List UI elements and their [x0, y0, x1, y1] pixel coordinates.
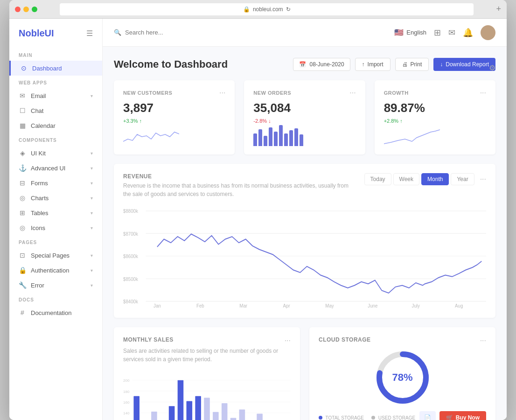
sidebar-item-advanced-ui[interactable]: ⚓ Advanced UI ▾	[9, 161, 102, 175]
sidebar-item-calendar[interactable]: ▦ Calendar	[9, 118, 102, 133]
sidebar-item-email[interactable]: ✉ Email ▾	[9, 88, 102, 103]
cloud-footer: TOTAL STORAGE USED STORAGE 📄	[319, 411, 486, 420]
more-icon[interactable]: ···	[480, 336, 486, 345]
bottom-row: MONTHLY SALES ··· Sales are activities r…	[114, 327, 495, 420]
tab-week[interactable]: Week	[393, 173, 419, 185]
svg-rect-33	[178, 380, 184, 420]
sparkline-svg	[123, 127, 179, 146]
svg-text:May: May	[325, 303, 334, 308]
svg-text:$8800k: $8800k	[123, 209, 139, 214]
chevron-down-icon: ▾	[91, 225, 93, 231]
monthly-sales-svg: 200 180 160 140 120	[123, 368, 291, 420]
more-icon[interactable]: ···	[285, 336, 291, 345]
avatar[interactable]	[481, 25, 495, 40]
svg-text:Mar: Mar	[239, 303, 247, 308]
sidebar-item-icons[interactable]: ◎ Icons ▾	[9, 220, 102, 235]
docs-icon: #	[19, 309, 26, 316]
more-icon[interactable]: ···	[480, 175, 486, 183]
sidebar: NobleUI ☰ MAIN ⊙ Dashboard WEB APPS ✉ Em…	[9, 19, 103, 420]
more-icon[interactable]: ···	[219, 89, 225, 97]
sidebar-item-special-pages[interactable]: ⊡ Special Pages ▾	[9, 248, 102, 263]
buy-now-button[interactable]: 🛒 Buy Now	[439, 411, 486, 420]
tab-year[interactable]: Year	[451, 173, 474, 185]
bell-icon[interactable]: 🔔	[463, 28, 473, 38]
cloud-legend: TOTAL STORAGE USED STORAGE	[319, 415, 415, 420]
new-tab-button[interactable]: +	[496, 4, 501, 14]
import-button[interactable]: ↑ Import	[355, 58, 390, 71]
import-icon: ↑	[362, 61, 365, 68]
sidebar-label-dashboard: Dashboard	[32, 65, 62, 72]
sidebar-item-authentication[interactable]: 🔒 Authentication ▾	[9, 263, 102, 278]
svg-text:140: 140	[123, 411, 130, 415]
chevron-down-icon: ▾	[91, 268, 93, 273]
search-box: 🔍	[114, 29, 200, 36]
svg-rect-34	[187, 401, 193, 420]
page-title: Welcome to Dashboard	[114, 58, 228, 70]
tab-today[interactable]: Today	[364, 173, 391, 185]
sidebar-item-documentation[interactable]: # Documentation	[9, 305, 102, 320]
svg-text:$8600k: $8600k	[123, 254, 139, 259]
sidebar-section-webapps: WEB APPS	[9, 76, 102, 88]
stat-label-growth: GROWTH	[384, 90, 409, 96]
sidebar-section-pages: PAGES	[9, 235, 102, 248]
sidebar-label-advanced-ui: Advanced UI	[31, 165, 65, 172]
sidebar-item-charts[interactable]: ◎ Charts ▾	[9, 190, 102, 205]
stat-change-growth: +2.8% ↑	[384, 118, 486, 124]
forms-icon: ⊟	[19, 179, 26, 187]
url-text: nobleui.com	[253, 6, 283, 13]
stat-value-growth: 89.87%	[384, 101, 486, 115]
tab-month[interactable]: Month	[421, 173, 449, 185]
flag-icon: 🇺🇸	[394, 28, 404, 37]
header-actions: 📅 08-June-2020 ↑ Import 🖨 Print ↓	[293, 58, 495, 71]
close-button[interactable]	[15, 7, 21, 12]
sidebar-label-error: Error	[31, 282, 44, 289]
browser-window: 🔒 nobleui.com ↻ + NobleUI ☰ MAIN ⊙ Dashb…	[9, 0, 507, 420]
cloud-storage-title: CLOUD STORAGE	[319, 336, 371, 343]
svg-rect-35	[195, 396, 201, 420]
print-button[interactable]: 🖨 Print	[395, 58, 429, 71]
mail-icon[interactable]: ✉	[448, 28, 455, 38]
svg-text:160: 160	[123, 400, 130, 405]
sidebar-label-forms: Forms	[31, 180, 48, 187]
grid-icon[interactable]: ⊞	[434, 28, 441, 38]
email-icon: ✉	[19, 92, 26, 99]
traffic-lights	[15, 7, 37, 12]
svg-text:Jan: Jan	[153, 303, 161, 308]
svg-text:June: June	[368, 303, 377, 308]
sidebar-item-dashboard[interactable]: ⊙ Dashboard	[9, 61, 102, 76]
refresh-icon[interactable]: ↻	[286, 6, 291, 13]
maximize-button[interactable]	[32, 7, 37, 12]
sidebar-item-error[interactable]: 🔧 Error ▾	[9, 278, 102, 293]
doc-button[interactable]: 📄	[419, 411, 436, 420]
more-icon[interactable]: ···	[480, 89, 486, 97]
download-report-button[interactable]: ↓ Download Report	[433, 58, 495, 71]
svg-rect-42	[257, 413, 263, 420]
monthly-sales-chart: 200 180 160 140 120	[123, 368, 291, 420]
date-picker[interactable]: 📅 08-June-2020	[293, 58, 350, 71]
search-input[interactable]	[125, 29, 200, 36]
sidebar-item-chat[interactable]: ☐ Chat	[9, 103, 102, 118]
sidebar-item-uikit[interactable]: ◈ UI Kit ▾	[9, 146, 102, 161]
minimize-button[interactable]	[23, 7, 29, 12]
lock-icon: 🔒	[243, 6, 250, 13]
sidebar-item-tables[interactable]: ⊞ Tables ▾	[9, 205, 102, 220]
sidebar-label-charts: Charts	[31, 195, 49, 202]
sidebar-label-icons: Icons	[31, 224, 45, 231]
sidebar-section-docs: DOCS	[9, 293, 102, 305]
top-nav-right: 🇺🇸 English ⊞ ✉ 🔔	[394, 25, 495, 40]
svg-text:July: July	[412, 303, 420, 308]
settings-icon[interactable]: ⚙	[489, 63, 495, 72]
sidebar-label-docs: Documentation	[31, 309, 71, 316]
chevron-down-icon: ▾	[91, 93, 93, 98]
hamburger-icon[interactable]: ☰	[86, 29, 93, 38]
sidebar-logo: NobleUI ☰	[9, 28, 102, 48]
language-selector[interactable]: 🇺🇸 English	[394, 28, 426, 37]
stat-label-customers: NEW CUSTOMERS	[123, 90, 172, 96]
more-icon[interactable]: ···	[349, 89, 356, 97]
download-icon: ↓	[440, 61, 443, 68]
doc-icon: 📄	[424, 414, 431, 420]
sidebar-item-forms[interactable]: ⊟ Forms ▾	[9, 175, 102, 190]
legend-dot-total	[319, 416, 322, 420]
sidebar-label-tables: Tables	[31, 210, 49, 217]
monthly-sales-title: MONTHLY SALES	[123, 336, 174, 343]
